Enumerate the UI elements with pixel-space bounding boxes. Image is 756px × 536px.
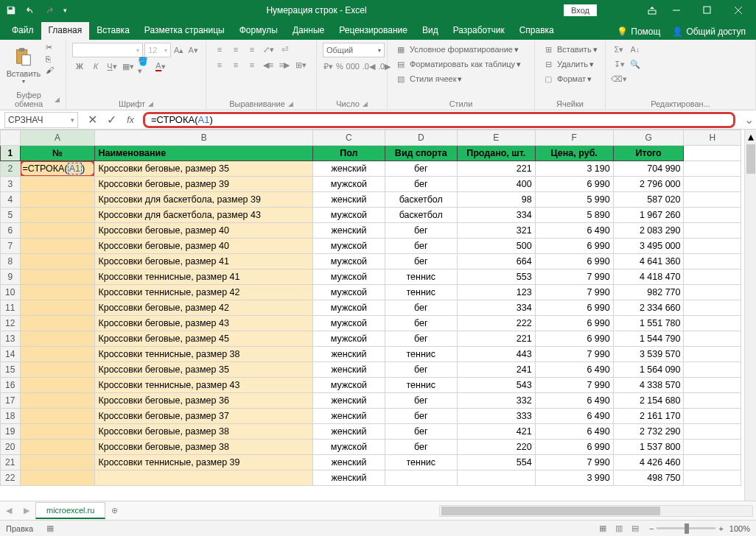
tab-разметка страницы[interactable]: Разметка страницы xyxy=(137,22,232,40)
cell[interactable]: 443 xyxy=(457,347,535,362)
cell[interactable]: женский xyxy=(313,470,385,486)
cell[interactable] xyxy=(20,331,95,347)
number-format-combo[interactable]: Общий▾ xyxy=(323,43,385,57)
cell[interactable]: мужской xyxy=(313,316,385,331)
cancel-edit-button[interactable]: ✕ xyxy=(83,112,102,128)
qat-customize-button[interactable]: ▾ xyxy=(60,2,69,18)
bold-button[interactable]: Ж xyxy=(72,60,87,73)
cell[interactable] xyxy=(20,378,95,393)
cell[interactable]: женский xyxy=(313,347,385,362)
cell[interactable]: 221 xyxy=(457,161,535,177)
wrap-text-button[interactable]: ⏎ xyxy=(277,43,292,56)
cell[interactable]: 6 490 xyxy=(535,393,613,409)
cell[interactable]: 222 xyxy=(457,316,535,331)
cell[interactable]: теннис xyxy=(385,347,457,362)
cell[interactable]: 334 xyxy=(457,300,535,316)
cell[interactable] xyxy=(20,285,95,300)
cell[interactable]: бег xyxy=(385,424,457,440)
cell[interactable]: женский xyxy=(313,192,385,208)
cell[interactable]: Кроссовки беговые, размер 42 xyxy=(95,300,313,316)
cell[interactable] xyxy=(20,440,95,455)
close-button[interactable] xyxy=(724,1,753,19)
cell[interactable] xyxy=(20,300,95,316)
font-combo[interactable]: ▾ xyxy=(72,43,143,57)
cell[interactable] xyxy=(20,455,95,470)
comma-button[interactable]: 000 xyxy=(346,60,360,73)
cell[interactable] xyxy=(684,470,741,486)
tab-файл[interactable]: Файл xyxy=(4,22,41,40)
cell[interactable]: бег xyxy=(385,362,457,378)
cell[interactable] xyxy=(684,409,741,424)
col-header-corner[interactable] xyxy=(1,130,21,146)
cell[interactable]: 543 xyxy=(457,378,535,393)
fill-button[interactable]: ↧▾ xyxy=(612,57,626,71)
row-header[interactable]: 20 xyxy=(1,440,21,455)
maximize-button[interactable] xyxy=(693,1,722,19)
cell[interactable]: мужской xyxy=(313,254,385,269)
cell[interactable] xyxy=(684,424,741,440)
cell[interactable] xyxy=(684,239,741,254)
tab-данные[interactable]: Данные xyxy=(285,22,332,40)
cell[interactable]: бег xyxy=(385,161,457,177)
cell[interactable]: теннис xyxy=(385,455,457,470)
cell[interactable]: 7 990 xyxy=(535,269,613,285)
undo-button[interactable] xyxy=(22,2,38,18)
zoom-slider[interactable]: −+ xyxy=(649,524,724,533)
align-left-button[interactable]: ≡ xyxy=(212,58,227,71)
row-header[interactable]: 6 xyxy=(1,223,21,239)
cell[interactable] xyxy=(684,177,741,192)
cell[interactable]: 7 990 xyxy=(535,285,613,300)
cell[interactable] xyxy=(684,269,741,285)
tab-nav-next[interactable]: ▶ xyxy=(18,506,35,515)
cell[interactable]: 241 xyxy=(457,362,535,378)
cell[interactable]: мужской xyxy=(313,208,385,223)
cell[interactable]: 554 xyxy=(457,455,535,470)
align-launcher[interactable]: ◢ xyxy=(288,100,293,107)
cell[interactable] xyxy=(684,455,741,470)
row-header[interactable]: 17 xyxy=(1,393,21,409)
clear-button[interactable]: ⌫▾ xyxy=(612,72,626,85)
new-sheet-button[interactable]: ⊕ xyxy=(105,502,123,520)
cell[interactable]: мужской xyxy=(313,177,385,192)
indent-dec-button[interactable]: ◀≡ xyxy=(261,58,276,71)
cell[interactable]: 664 xyxy=(457,254,535,269)
sort-filter-button[interactable]: A↓ xyxy=(628,43,643,56)
cell[interactable] xyxy=(684,378,741,393)
cell[interactable]: 2 083 290 xyxy=(613,223,684,239)
cell[interactable]: 98 xyxy=(457,192,535,208)
cell[interactable]: Кроссовки беговые, размер 45 xyxy=(95,331,313,347)
cell[interactable]: 6 990 xyxy=(535,239,613,254)
format-painter-button[interactable]: 🖌 xyxy=(46,66,54,74)
cell[interactable]: 221 xyxy=(457,331,535,347)
cell[interactable]: 6 990 xyxy=(535,300,613,316)
clipboard-launcher[interactable]: ◢ xyxy=(55,96,60,103)
fill-color-button[interactable]: 🪣▾ xyxy=(137,60,152,73)
grid[interactable]: ABCDEFGH 1№НаименованиеПолВид спортаПрод… xyxy=(0,130,741,486)
cell[interactable]: Кроссовки теннисные, размер 41 xyxy=(95,269,313,285)
cell[interactable]: Кроссовки беговые, размер 36 xyxy=(95,393,313,409)
cell[interactable]: 7 990 xyxy=(535,378,613,393)
cell[interactable] xyxy=(20,316,95,331)
cell[interactable] xyxy=(684,362,741,378)
cell[interactable]: бег xyxy=(385,409,457,424)
cell[interactable] xyxy=(457,470,535,486)
cell[interactable]: Кроссовки беговые, размер 35 xyxy=(95,362,313,378)
grow-font-button[interactable]: A▴ xyxy=(172,43,186,57)
row-header[interactable]: 16 xyxy=(1,378,21,393)
number-launcher[interactable]: ◢ xyxy=(363,100,368,107)
vertical-scrollbar[interactable]: ▴ xyxy=(744,130,756,501)
italic-button[interactable]: К xyxy=(88,60,103,73)
col-header-H[interactable]: H xyxy=(684,130,741,146)
cell[interactable]: женский xyxy=(313,362,385,378)
cell[interactable] xyxy=(684,347,741,362)
cell[interactable]: 500 xyxy=(457,239,535,254)
cell[interactable] xyxy=(20,239,95,254)
insert-function-button[interactable]: fx xyxy=(121,112,140,128)
cell[interactable]: 7 990 xyxy=(535,347,613,362)
cell[interactable]: женский xyxy=(313,161,385,177)
cell[interactable] xyxy=(20,347,95,362)
cell[interactable]: женский xyxy=(313,424,385,440)
minimize-button[interactable] xyxy=(662,1,691,19)
row-header[interactable]: 10 xyxy=(1,285,21,300)
cell[interactable]: 334 xyxy=(457,208,535,223)
